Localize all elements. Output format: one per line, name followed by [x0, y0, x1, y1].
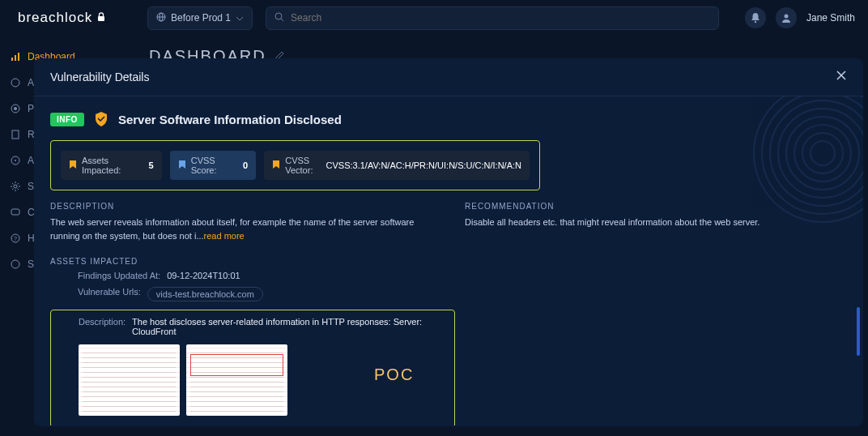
poc-description-row: Description: The host discloses server-r…	[61, 317, 445, 336]
chat-icon	[10, 207, 21, 218]
target-icon	[10, 103, 21, 114]
avatar[interactable]	[776, 7, 797, 28]
description-section: DESCRIPTION The web server reveals infor…	[50, 202, 432, 242]
cvss-score-chip: CVSS Score: 0	[170, 151, 257, 180]
brand-logo: breachlock	[13, 10, 134, 27]
search-icon	[274, 12, 284, 24]
vulnerable-urls-row: Vulnerable Urls: vids-test.breachlock.co…	[50, 287, 847, 301]
circle-icon	[10, 77, 21, 88]
svg-point-16	[15, 160, 16, 161]
svg-point-29	[811, 141, 835, 165]
globe-icon	[156, 12, 166, 24]
brand-text: breachlock	[18, 10, 105, 27]
svg-line-5	[281, 19, 283, 21]
read-more-link[interactable]: read more	[204, 231, 245, 241]
support-icon	[10, 259, 21, 270]
environment-selector[interactable]: Before Prod 1	[147, 6, 253, 30]
svg-text:?: ?	[14, 236, 17, 242]
vulnerability-details-modal: Vulnerability Details INFO Server Softwa…	[34, 58, 863, 426]
help-icon: ?	[10, 233, 21, 244]
svg-point-13	[14, 107, 17, 110]
environment-label: Before Prod 1	[171, 12, 231, 24]
description-recommendation-row: DESCRIPTION The web server reveals infor…	[50, 202, 847, 242]
assets-impacted-chip: Assets Impacted: 5	[61, 151, 162, 180]
modal-body: INFO Server Software Information Disclos…	[34, 96, 863, 425]
recommendation-text: Disable all headers etc. that might reve…	[465, 216, 847, 229]
svg-point-6	[755, 21, 756, 23]
svg-point-11	[11, 79, 19, 87]
top-header: breachlock Before Prod 1 Jane Smith	[0, 0, 868, 36]
svg-point-27	[794, 125, 851, 182]
chevron-down-icon	[236, 12, 244, 24]
recommendation-heading: RECOMMENDATION	[465, 202, 847, 211]
svg-rect-8	[11, 58, 13, 61]
poc-screenshot-2[interactable]	[186, 344, 287, 416]
modal-header: Vulnerability Details	[34, 58, 863, 96]
chart-icon	[10, 51, 21, 62]
description-heading: DESCRIPTION	[50, 202, 432, 211]
poc-screenshot-1[interactable]	[79, 344, 180, 416]
svg-point-4	[275, 13, 282, 19]
svg-rect-14	[12, 130, 19, 139]
svg-point-21	[11, 260, 19, 268]
vulnerability-title-row: INFO Server Software Information Disclos…	[50, 111, 847, 127]
svg-point-28	[802, 133, 843, 173]
wheel-icon	[10, 155, 21, 166]
svg-rect-9	[15, 55, 16, 61]
severity-badge: INFO	[50, 113, 84, 126]
gear-icon	[10, 181, 21, 192]
metrics-highlight: Assets Impacted: 5 CVSS Score: 0 CVSS Ve…	[50, 140, 540, 190]
vulnerability-title: Server Software Information Disclosed	[118, 113, 342, 126]
close-button[interactable]	[836, 70, 847, 84]
svg-point-26	[786, 117, 859, 190]
doc-icon	[10, 129, 21, 140]
findings-updated-row: Findings Updated At: 09-12-2024T10:01	[50, 271, 847, 280]
poc-label: POC	[374, 365, 414, 384]
lock-icon	[97, 10, 105, 26]
description-text: The web server reveals information about…	[50, 216, 432, 242]
svg-point-7	[784, 15, 788, 19]
svg-rect-18	[11, 209, 19, 215]
poc-container: Description: The host discloses server-r…	[50, 310, 847, 425]
recommendation-section: RECOMMENDATION Disable all headers etc. …	[465, 202, 847, 242]
modal-title: Vulnerability Details	[50, 71, 149, 83]
shield-icon	[94, 111, 108, 127]
username: Jane Smith	[806, 12, 855, 24]
svg-rect-0	[98, 16, 104, 21]
url-pill[interactable]: vids-test.breachlock.com	[147, 287, 263, 301]
scrollbar-thumb[interactable]	[857, 307, 860, 356]
cvss-vector-chip: CVSS Vector: CVSS:3.1/AV:N/AC:H/PR:N/UI:…	[264, 151, 530, 180]
search-box[interactable]	[266, 6, 719, 30]
search-input[interactable]	[291, 12, 710, 24]
bookmark-icon	[178, 160, 186, 171]
notifications-button[interactable]	[745, 7, 766, 28]
assets-impacted-section: ASSETS IMPACTED Findings Updated At: 09-…	[50, 257, 847, 301]
scrollbar[interactable]	[857, 210, 860, 409]
svg-rect-10	[18, 53, 19, 61]
bookmark-icon	[69, 160, 77, 171]
header-right: Jane Smith	[745, 7, 855, 28]
svg-point-17	[14, 185, 17, 188]
assets-heading: ASSETS IMPACTED	[50, 257, 847, 266]
bookmark-icon	[272, 160, 280, 171]
